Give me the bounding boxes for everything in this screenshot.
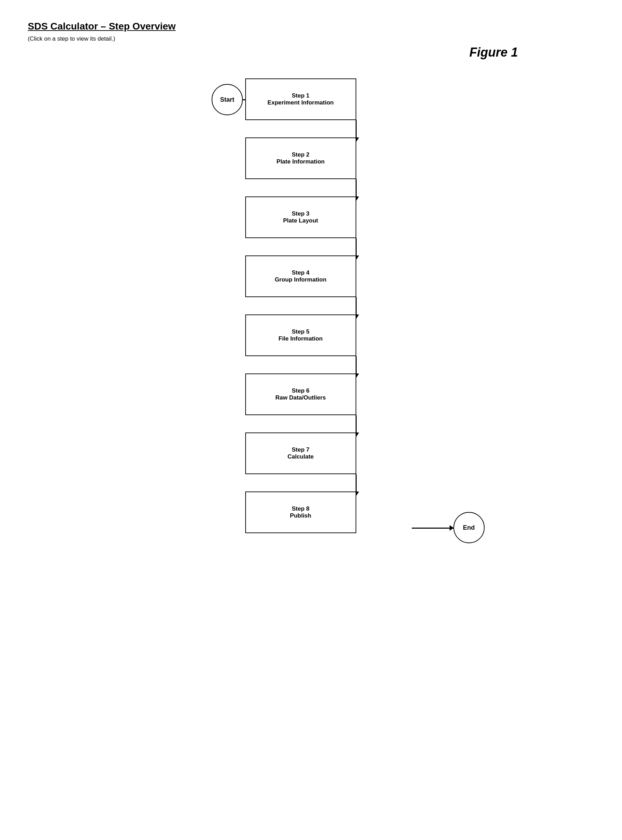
arrow-line xyxy=(355,297,357,315)
step8-to-end-arrow xyxy=(412,528,453,528)
arrow-line xyxy=(355,356,357,374)
step5-box[interactable]: Step 5 File Information xyxy=(245,315,356,356)
end-node[interactable]: End xyxy=(453,512,485,543)
step6-box[interactable]: Step 6 Raw Data/Outliers xyxy=(245,374,356,415)
subtitle: (Click on a step to view its detail.) xyxy=(28,35,594,42)
step4-box[interactable]: Step 4 Group Information xyxy=(245,255,356,297)
arrow-line xyxy=(355,415,357,432)
arrow-line xyxy=(355,179,357,197)
arrow-line xyxy=(355,238,357,255)
step2-box[interactable]: Step 2 Plate Information xyxy=(245,137,356,179)
arrowhead-right xyxy=(450,525,454,531)
arrow-line xyxy=(355,474,357,492)
arrow-line xyxy=(355,120,357,137)
step3-box[interactable]: Step 3 Plate Layout xyxy=(245,197,356,238)
step8-box[interactable]: Step 8 Publish xyxy=(245,492,356,533)
flowchart: Start Step 1 Experiment Information Step… xyxy=(28,63,594,792)
figure-label: Figure 1 xyxy=(470,45,518,60)
step7-box[interactable]: Step 7 Calculate xyxy=(245,432,356,474)
step1-box[interactable]: Step 1 Experiment Information xyxy=(245,78,356,120)
page-title: SDS Calculator – Step Overview xyxy=(28,21,594,32)
start-node[interactable]: Start xyxy=(212,84,243,115)
page: SDS Calculator – Step Overview (Click on… xyxy=(0,0,622,813)
